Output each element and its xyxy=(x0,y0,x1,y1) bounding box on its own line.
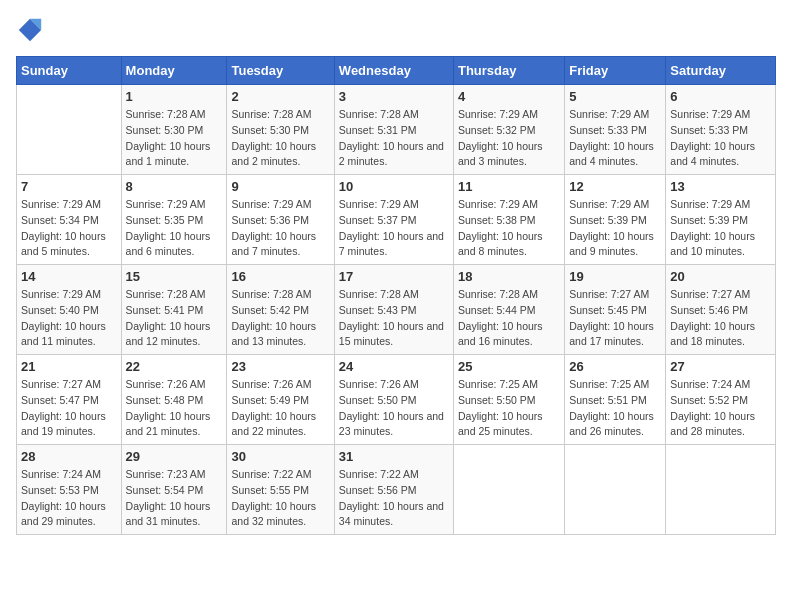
week-row-2: 7Sunrise: 7:29 AMSunset: 5:34 PMDaylight… xyxy=(17,175,776,265)
day-cell xyxy=(453,445,564,535)
day-cell: 20Sunrise: 7:27 AMSunset: 5:46 PMDayligh… xyxy=(666,265,776,355)
day-number: 25 xyxy=(458,359,560,374)
day-cell: 30Sunrise: 7:22 AMSunset: 5:55 PMDayligh… xyxy=(227,445,334,535)
day-cell: 5Sunrise: 7:29 AMSunset: 5:33 PMDaylight… xyxy=(565,85,666,175)
day-number: 8 xyxy=(126,179,223,194)
day-detail: Sunrise: 7:22 AMSunset: 5:55 PMDaylight:… xyxy=(231,467,329,530)
day-detail: Sunrise: 7:29 AMSunset: 5:36 PMDaylight:… xyxy=(231,197,329,260)
day-number: 11 xyxy=(458,179,560,194)
day-number: 26 xyxy=(569,359,661,374)
day-detail: Sunrise: 7:28 AMSunset: 5:31 PMDaylight:… xyxy=(339,107,449,170)
day-cell: 12Sunrise: 7:29 AMSunset: 5:39 PMDayligh… xyxy=(565,175,666,265)
day-cell xyxy=(17,85,122,175)
day-detail: Sunrise: 7:27 AMSunset: 5:46 PMDaylight:… xyxy=(670,287,771,350)
day-cell: 22Sunrise: 7:26 AMSunset: 5:48 PMDayligh… xyxy=(121,355,227,445)
day-cell: 28Sunrise: 7:24 AMSunset: 5:53 PMDayligh… xyxy=(17,445,122,535)
day-number: 9 xyxy=(231,179,329,194)
header-cell-saturday: Saturday xyxy=(666,57,776,85)
day-number: 24 xyxy=(339,359,449,374)
day-number: 17 xyxy=(339,269,449,284)
day-cell: 9Sunrise: 7:29 AMSunset: 5:36 PMDaylight… xyxy=(227,175,334,265)
week-row-5: 28Sunrise: 7:24 AMSunset: 5:53 PMDayligh… xyxy=(17,445,776,535)
day-detail: Sunrise: 7:29 AMSunset: 5:34 PMDaylight:… xyxy=(21,197,117,260)
day-number: 18 xyxy=(458,269,560,284)
day-number: 3 xyxy=(339,89,449,104)
day-cell: 25Sunrise: 7:25 AMSunset: 5:50 PMDayligh… xyxy=(453,355,564,445)
logo xyxy=(16,16,48,44)
day-cell: 27Sunrise: 7:24 AMSunset: 5:52 PMDayligh… xyxy=(666,355,776,445)
day-detail: Sunrise: 7:28 AMSunset: 5:44 PMDaylight:… xyxy=(458,287,560,350)
day-detail: Sunrise: 7:24 AMSunset: 5:52 PMDaylight:… xyxy=(670,377,771,440)
header-row: SundayMondayTuesdayWednesdayThursdayFrid… xyxy=(17,57,776,85)
day-cell: 14Sunrise: 7:29 AMSunset: 5:40 PMDayligh… xyxy=(17,265,122,355)
day-detail: Sunrise: 7:25 AMSunset: 5:50 PMDaylight:… xyxy=(458,377,560,440)
day-cell: 11Sunrise: 7:29 AMSunset: 5:38 PMDayligh… xyxy=(453,175,564,265)
day-number: 19 xyxy=(569,269,661,284)
week-row-1: 1Sunrise: 7:28 AMSunset: 5:30 PMDaylight… xyxy=(17,85,776,175)
day-number: 5 xyxy=(569,89,661,104)
day-cell: 2Sunrise: 7:28 AMSunset: 5:30 PMDaylight… xyxy=(227,85,334,175)
header-cell-sunday: Sunday xyxy=(17,57,122,85)
day-number: 20 xyxy=(670,269,771,284)
day-detail: Sunrise: 7:28 AMSunset: 5:30 PMDaylight:… xyxy=(126,107,223,170)
day-cell xyxy=(666,445,776,535)
header-cell-thursday: Thursday xyxy=(453,57,564,85)
day-number: 28 xyxy=(21,449,117,464)
day-detail: Sunrise: 7:23 AMSunset: 5:54 PMDaylight:… xyxy=(126,467,223,530)
day-detail: Sunrise: 7:29 AMSunset: 5:39 PMDaylight:… xyxy=(569,197,661,260)
day-detail: Sunrise: 7:29 AMSunset: 5:33 PMDaylight:… xyxy=(670,107,771,170)
day-cell: 26Sunrise: 7:25 AMSunset: 5:51 PMDayligh… xyxy=(565,355,666,445)
day-cell: 31Sunrise: 7:22 AMSunset: 5:56 PMDayligh… xyxy=(334,445,453,535)
day-cell: 29Sunrise: 7:23 AMSunset: 5:54 PMDayligh… xyxy=(121,445,227,535)
day-detail: Sunrise: 7:27 AMSunset: 5:47 PMDaylight:… xyxy=(21,377,117,440)
day-cell: 4Sunrise: 7:29 AMSunset: 5:32 PMDaylight… xyxy=(453,85,564,175)
day-cell xyxy=(565,445,666,535)
calendar-table: SundayMondayTuesdayWednesdayThursdayFrid… xyxy=(16,56,776,535)
day-detail: Sunrise: 7:24 AMSunset: 5:53 PMDaylight:… xyxy=(21,467,117,530)
day-cell: 17Sunrise: 7:28 AMSunset: 5:43 PMDayligh… xyxy=(334,265,453,355)
day-cell: 24Sunrise: 7:26 AMSunset: 5:50 PMDayligh… xyxy=(334,355,453,445)
day-cell: 13Sunrise: 7:29 AMSunset: 5:39 PMDayligh… xyxy=(666,175,776,265)
header-cell-friday: Friday xyxy=(565,57,666,85)
day-cell: 18Sunrise: 7:28 AMSunset: 5:44 PMDayligh… xyxy=(453,265,564,355)
day-number: 7 xyxy=(21,179,117,194)
day-number: 22 xyxy=(126,359,223,374)
day-cell: 21Sunrise: 7:27 AMSunset: 5:47 PMDayligh… xyxy=(17,355,122,445)
day-cell: 23Sunrise: 7:26 AMSunset: 5:49 PMDayligh… xyxy=(227,355,334,445)
day-number: 10 xyxy=(339,179,449,194)
day-cell: 3Sunrise: 7:28 AMSunset: 5:31 PMDaylight… xyxy=(334,85,453,175)
day-number: 12 xyxy=(569,179,661,194)
day-number: 14 xyxy=(21,269,117,284)
day-detail: Sunrise: 7:26 AMSunset: 5:48 PMDaylight:… xyxy=(126,377,223,440)
day-cell: 1Sunrise: 7:28 AMSunset: 5:30 PMDaylight… xyxy=(121,85,227,175)
header-cell-monday: Monday xyxy=(121,57,227,85)
day-detail: Sunrise: 7:29 AMSunset: 5:40 PMDaylight:… xyxy=(21,287,117,350)
day-cell: 16Sunrise: 7:28 AMSunset: 5:42 PMDayligh… xyxy=(227,265,334,355)
day-number: 15 xyxy=(126,269,223,284)
header-cell-tuesday: Tuesday xyxy=(227,57,334,85)
day-detail: Sunrise: 7:28 AMSunset: 5:43 PMDaylight:… xyxy=(339,287,449,350)
day-detail: Sunrise: 7:22 AMSunset: 5:56 PMDaylight:… xyxy=(339,467,449,530)
week-row-4: 21Sunrise: 7:27 AMSunset: 5:47 PMDayligh… xyxy=(17,355,776,445)
day-number: 2 xyxy=(231,89,329,104)
day-number: 21 xyxy=(21,359,117,374)
day-cell: 8Sunrise: 7:29 AMSunset: 5:35 PMDaylight… xyxy=(121,175,227,265)
header-cell-wednesday: Wednesday xyxy=(334,57,453,85)
day-number: 13 xyxy=(670,179,771,194)
day-detail: Sunrise: 7:29 AMSunset: 5:38 PMDaylight:… xyxy=(458,197,560,260)
day-detail: Sunrise: 7:29 AMSunset: 5:33 PMDaylight:… xyxy=(569,107,661,170)
day-number: 6 xyxy=(670,89,771,104)
day-cell: 7Sunrise: 7:29 AMSunset: 5:34 PMDaylight… xyxy=(17,175,122,265)
day-detail: Sunrise: 7:29 AMSunset: 5:35 PMDaylight:… xyxy=(126,197,223,260)
day-detail: Sunrise: 7:29 AMSunset: 5:32 PMDaylight:… xyxy=(458,107,560,170)
day-number: 16 xyxy=(231,269,329,284)
week-row-3: 14Sunrise: 7:29 AMSunset: 5:40 PMDayligh… xyxy=(17,265,776,355)
day-number: 30 xyxy=(231,449,329,464)
day-detail: Sunrise: 7:28 AMSunset: 5:42 PMDaylight:… xyxy=(231,287,329,350)
day-cell: 15Sunrise: 7:28 AMSunset: 5:41 PMDayligh… xyxy=(121,265,227,355)
page-header xyxy=(16,16,776,44)
day-detail: Sunrise: 7:26 AMSunset: 5:49 PMDaylight:… xyxy=(231,377,329,440)
day-detail: Sunrise: 7:29 AMSunset: 5:39 PMDaylight:… xyxy=(670,197,771,260)
day-detail: Sunrise: 7:26 AMSunset: 5:50 PMDaylight:… xyxy=(339,377,449,440)
day-detail: Sunrise: 7:29 AMSunset: 5:37 PMDaylight:… xyxy=(339,197,449,260)
